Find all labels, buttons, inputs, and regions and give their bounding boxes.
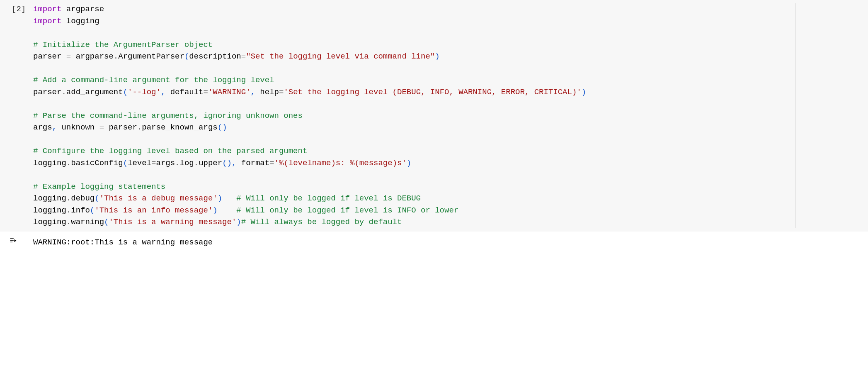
code-line: import argparse	[33, 5, 104, 14]
code-line: # Parse the command-line arguments, igno…	[33, 111, 303, 120]
code-line: logging.debug('This is a debug message')…	[33, 194, 421, 203]
execution-count: [2]	[0, 3, 33, 15]
output-stream-icon[interactable]	[9, 237, 33, 245]
code-line: import logging	[33, 17, 99, 26]
code-line: # Add a command-line argument for the lo…	[33, 76, 274, 85]
code-editor[interactable]: import argparse import logging # Initial…	[33, 3, 868, 228]
output-gutter	[0, 237, 33, 245]
code-line: # Initialize the ArgumentParser object	[33, 40, 213, 49]
code-line: logging.basicConfig(level=args.log.upper…	[33, 159, 411, 168]
execution-count-label: [2]	[12, 5, 26, 14]
code-line: parser.add_argument('--log', default='WA…	[33, 88, 586, 97]
code-line: parser = argparse.ArgumentParser(descrip…	[33, 52, 440, 61]
output-cell: WARNING:root:This is a warning message	[0, 232, 868, 252]
code-cell: [2] import argparse import logging # Ini…	[0, 0, 868, 232]
code-line: # Configure the logging level based on t…	[33, 146, 307, 156]
code-line: logging.warning('This is a warning messa…	[33, 217, 402, 227]
output-text: WARNING:root:This is a warning message	[33, 237, 868, 249]
code-line: # Example logging statements	[33, 182, 165, 191]
code-line: args, unknown = parser.parse_known_args(…	[33, 123, 227, 132]
output-text-content: WARNING:root:This is a warning message	[33, 238, 213, 247]
code-line: logging.info('This is an info message') …	[33, 206, 458, 215]
